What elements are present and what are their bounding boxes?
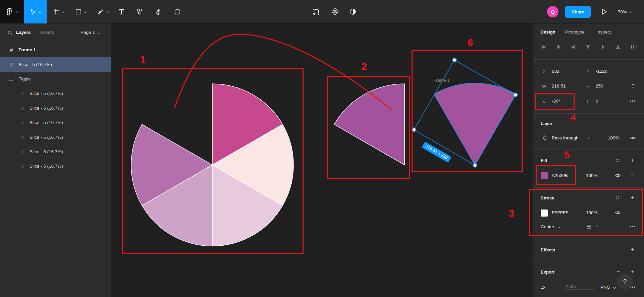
avatar[interactable]: Q — [547, 6, 558, 17]
detached-slice[interactable] — [334, 84, 405, 165]
styles-icon[interactable] — [615, 195, 620, 200]
add-stroke-icon[interactable]: + — [631, 195, 634, 200]
remove-stroke-icon[interactable]: − — [631, 209, 634, 215]
add-export-icon[interactable]: + — [631, 269, 634, 275]
stroke-weight-icon — [586, 224, 592, 229]
styles-icon[interactable] — [615, 158, 620, 163]
eye-icon[interactable] — [615, 211, 621, 215]
tab-design[interactable]: Design — [540, 29, 555, 35]
zoom-value: 70% — [618, 9, 627, 14]
edit-object-button[interactable] — [309, 0, 324, 23]
align-bottom-icon[interactable] — [615, 45, 620, 49]
w-value-field[interactable]: 216.51 — [552, 83, 566, 88]
eye-icon[interactable] — [615, 173, 621, 178]
layers-panel-header: Layers Assets Page 1 — [0, 23, 111, 42]
hand-tool-button[interactable] — [151, 0, 166, 23]
layer-row-slice[interactable]: ◁ Slice - 5 (16.7%) — [0, 115, 111, 130]
add-fill-icon[interactable]: + — [631, 157, 634, 163]
mask-button[interactable] — [345, 0, 360, 23]
constrain-proportions-icon[interactable] — [630, 83, 636, 89]
distribute-menu-icon[interactable] — [631, 45, 638, 49]
tab-layers[interactable]: Layers — [16, 30, 31, 35]
frame-tool-button[interactable] — [49, 0, 69, 23]
align-h-center-icon[interactable] — [556, 45, 561, 49]
comment-tool-button[interactable] — [170, 0, 185, 23]
text-tool-button[interactable]: T — [114, 0, 129, 23]
align-v-center-icon[interactable] — [601, 45, 605, 49]
layer-row-slice[interactable]: ▷ Slice - 5 (16.7%) — [0, 101, 111, 115]
fill-color-swatch[interactable] — [541, 172, 548, 179]
pen-tool-button[interactable] — [93, 0, 113, 23]
shape-tool-button[interactable] — [71, 0, 91, 23]
layer-row-figpie[interactable]: Figpie — [0, 72, 111, 86]
play-icon — [601, 8, 607, 15]
selection-handle[interactable] — [452, 58, 457, 62]
rotation-angle-icon — [542, 99, 547, 104]
annotation-number-2: 2 — [362, 61, 367, 72]
chevron-down-icon — [84, 10, 87, 13]
fill-hex-field[interactable]: A2539B — [552, 173, 568, 178]
corner-radius-field[interactable]: 0 — [596, 99, 598, 104]
main-menu-button[interactable] — [0, 0, 24, 23]
stroke-align-select[interactable]: Center — [541, 224, 554, 229]
w-label: W — [542, 84, 546, 89]
corner-radius-icon — [586, 99, 591, 104]
resources-tool-button[interactable] — [132, 0, 147, 23]
x-label: X — [543, 69, 546, 74]
search-icon[interactable] — [7, 30, 13, 36]
slice-down-icon: ▽ — [9, 62, 14, 67]
blend-mode-select[interactable]: Pass through — [552, 135, 579, 140]
slice-left-icon: ◁ — [20, 120, 25, 125]
y-value-field[interactable]: -1220 — [596, 69, 607, 74]
stroke-options-icon[interactable]: ••• — [630, 224, 636, 229]
tab-assets[interactable]: Assets — [40, 30, 54, 35]
layer-row-frame-1[interactable]: # Frame 1 — [0, 43, 111, 57]
remove-export-icon[interactable]: − — [616, 269, 620, 275]
remove-fill-icon[interactable]: − — [631, 172, 634, 178]
more-options-icon[interactable]: ••• — [630, 99, 636, 104]
move-tool-button[interactable] — [24, 0, 47, 23]
export-format-select[interactable]: PNG — [600, 285, 610, 290]
slice-right-icon: ▷ — [20, 106, 25, 110]
layer-opacity-field[interactable]: 100% — [608, 135, 620, 140]
selection-handle[interactable] — [412, 127, 416, 132]
align-right-icon[interactable] — [571, 45, 575, 49]
stroke-color-swatch[interactable] — [541, 210, 548, 217]
present-button[interactable] — [598, 0, 611, 23]
export-scale-select[interactable]: 1x — [541, 285, 545, 290]
share-button[interactable]: Share — [565, 6, 591, 18]
layer-section-title: Layer — [541, 121, 552, 126]
layer-row-slice[interactable]: ◁ Slice - 5 (16.7%) — [0, 86, 111, 101]
layer-row-slice[interactable]: ▷ Slice - 5 (16.7%) — [0, 159, 111, 173]
align-left-icon[interactable] — [542, 45, 546, 49]
rotation-value-field[interactable]: -30° — [552, 99, 560, 104]
stroke-hex-field[interactable]: FFFFFF — [552, 210, 568, 215]
tab-inspect[interactable]: Inspect — [596, 29, 611, 35]
selected-slice-rotated[interactable] — [434, 83, 516, 165]
fill-opacity-field[interactable]: 100% — [586, 173, 598, 178]
canvas-frame-label: Frame 1 — [433, 78, 449, 83]
annotation-number-3: 3 — [509, 208, 515, 219]
frame-icon: # — [9, 47, 14, 53]
page-selector[interactable]: Page 1 — [80, 30, 100, 35]
eye-icon[interactable] — [630, 136, 636, 140]
chevron-down-icon — [587, 136, 590, 139]
layer-row-slice[interactable]: ▷ Slice - 5 (16.7%) — [0, 130, 111, 144]
layer-row-slice[interactable]: ◁ Slice - 5 (16.7%) — [0, 144, 111, 159]
export-suffix-input[interactable] — [566, 284, 594, 290]
tidy-up-button[interactable] — [328, 0, 342, 23]
x-value-field[interactable]: 633 — [552, 69, 559, 74]
zoom-menu[interactable]: 70% — [618, 0, 632, 23]
tab-prototype[interactable]: Prototype — [565, 29, 585, 35]
group-icon — [9, 77, 13, 81]
add-effect-icon[interactable]: + — [631, 247, 634, 252]
blend-mode-row: Pass through 100% — [533, 134, 644, 143]
figma-app: T — [0, 0, 644, 297]
stroke-weight-field[interactable]: 1 — [596, 224, 598, 229]
help-button[interactable]: ? — [617, 274, 633, 290]
layer-row-slice-selected[interactable]: ▽ Slice - 5 (16.7%) — [0, 57, 111, 71]
stroke-opacity-field[interactable]: 100% — [586, 210, 598, 215]
slice-left-icon: ◁ — [20, 91, 25, 96]
h-value-field[interactable]: 250 — [596, 83, 603, 88]
align-top-icon[interactable] — [586, 45, 590, 49]
